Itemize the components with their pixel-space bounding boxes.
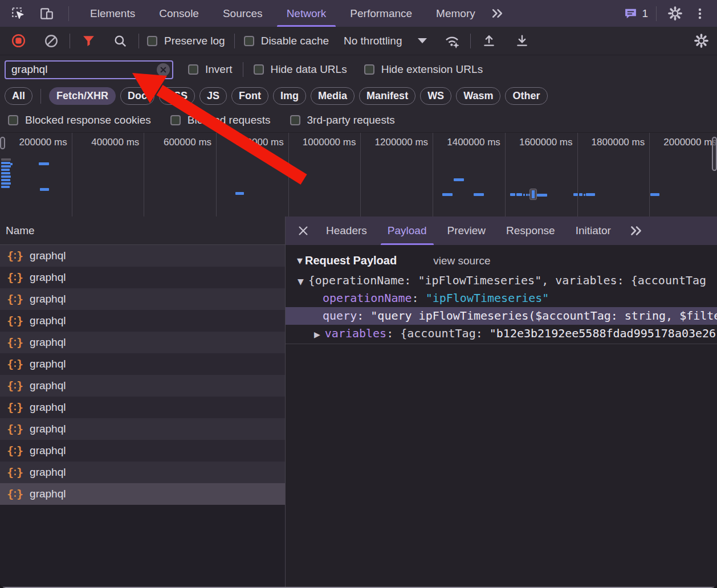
details-tab-preview[interactable]: Preview <box>437 217 496 245</box>
timeline-left-handle[interactable] <box>0 137 5 149</box>
payload-tree-row[interactable]: ▼{operationName: "ipFlowTimeseries", var… <box>286 272 717 289</box>
view-source-link[interactable]: view source <box>433 255 490 267</box>
preserve-log-checkbox[interactable] <box>147 36 157 46</box>
more-panels-icon[interactable] <box>487 3 508 24</box>
filter-pill-font[interactable]: Font <box>231 87 268 105</box>
request-row[interactable]: {}graphql <box>0 288 285 310</box>
payload-tree-row[interactable]: operationName: "ipFlowTimeseries" <box>286 289 717 307</box>
request-row[interactable]: {}graphql <box>0 332 285 353</box>
request-name: graphql <box>30 423 66 435</box>
more-details-tabs-icon[interactable] <box>626 217 646 245</box>
filter-icon[interactable] <box>78 31 99 51</box>
hide-data-urls-checkbox[interactable] <box>254 64 264 75</box>
details-tab-payload[interactable]: Payload <box>377 217 437 245</box>
inspect-element-icon[interactable] <box>8 3 28 24</box>
request-row[interactable]: {}graphql <box>0 267 285 288</box>
invert-checkbox[interactable] <box>188 64 198 75</box>
settings-gear-icon[interactable] <box>665 3 685 24</box>
disable-cache-checkbox[interactable] <box>244 36 254 46</box>
payload-text-segment: operationName <box>323 291 412 305</box>
request-row[interactable]: {}graphql <box>0 375 285 397</box>
json-braces-icon: {} <box>7 423 23 435</box>
issues-bubble-icon <box>624 6 638 21</box>
filter-pill-doc[interactable]: Doc <box>120 87 154 105</box>
name-column-label: Name <box>6 224 35 237</box>
import-har-icon[interactable] <box>479 31 499 51</box>
request-row[interactable]: {}graphql <box>0 440 285 462</box>
details-tabs: HeadersPayloadPreviewResponseInitiator <box>285 217 717 245</box>
tab-performance[interactable]: Performance <box>338 0 424 27</box>
filter-pill-wasm[interactable]: Wasm <box>456 87 500 105</box>
blocked-requests-checkbox[interactable] <box>170 115 181 125</box>
filter-pill-js[interactable]: JS <box>199 87 227 105</box>
blocked-requests-label: Blocked requests <box>188 114 271 126</box>
hide-extension-urls-checkbox[interactable] <box>364 64 374 75</box>
hide-data-urls-label: Hide data URLs <box>271 63 347 76</box>
json-braces-icon: {} <box>7 358 23 370</box>
divider <box>68 6 69 21</box>
devtools-tabs: ElementsConsoleSourcesNetworkPerformance… <box>78 0 508 27</box>
filter-pill-all[interactable]: All <box>5 87 32 105</box>
network-settings-gear-icon[interactable] <box>691 31 711 51</box>
tab-sources[interactable]: Sources <box>211 0 275 27</box>
payload-tree-row[interactable]: query: "query ipFlowTimeseries($accountT… <box>286 307 717 325</box>
record-network-log-icon[interactable] <box>8 31 28 51</box>
tab-memory[interactable]: Memory <box>424 0 487 27</box>
waterfall-bar <box>1 182 11 185</box>
filter-pill-other[interactable]: Other <box>505 87 547 105</box>
close-details-icon[interactable] <box>293 217 313 245</box>
waterfall-bar <box>1 179 10 181</box>
third-party-requests-label: 3rd-party requests <box>307 114 395 126</box>
collapse-triangle-icon[interactable]: ▼ <box>297 256 303 265</box>
divider <box>470 34 471 48</box>
issues-badge[interactable]: 1 <box>624 6 648 21</box>
json-braces-icon: {} <box>7 250 23 262</box>
clear-filter-icon[interactable] <box>157 63 170 76</box>
network-conditions-icon[interactable] <box>442 31 462 51</box>
expanded-triangle-icon[interactable]: ▼ <box>298 277 304 286</box>
payload-text-segment: : <box>412 291 426 305</box>
network-overview-timeline[interactable]: 200000 ms400000 ms600000 ms800000 ms1000… <box>0 132 717 218</box>
network-filter-input[interactable] <box>5 60 173 79</box>
more-options-kebab-icon[interactable] <box>690 3 710 24</box>
tab-network[interactable]: Network <box>275 0 339 27</box>
request-row[interactable]: {}graphql <box>0 310 285 332</box>
request-row[interactable]: {}graphql <box>0 397 285 418</box>
filter-pill-ws[interactable]: WS <box>420 87 451 105</box>
export-har-icon[interactable] <box>512 31 532 51</box>
filter-pill-img[interactable]: Img <box>273 87 306 105</box>
divider <box>40 89 41 104</box>
tab-console[interactable]: Console <box>147 0 211 27</box>
request-row[interactable]: {}graphql <box>0 462 285 483</box>
request-row[interactable]: {}graphql <box>0 483 285 505</box>
throttling-value: No throttling <box>344 35 402 47</box>
waterfall-bar <box>584 194 585 196</box>
request-row[interactable]: {}graphql <box>0 353 285 375</box>
device-toolbar-icon[interactable] <box>36 3 57 24</box>
filter-pill-fetch-xhr[interactable]: Fetch/XHR <box>49 87 116 105</box>
payload-text-segment: : {accountTag: <box>386 326 490 340</box>
clear-network-log-icon[interactable] <box>41 31 62 51</box>
collapsed-triangle-icon[interactable]: ▶ <box>314 330 320 339</box>
details-tab-headers[interactable]: Headers <box>316 217 377 245</box>
blocked-response-cookies-checkbox[interactable] <box>8 115 18 125</box>
waterfall-bar <box>235 192 244 195</box>
throttling-select[interactable]: No throttling <box>344 35 427 47</box>
name-column-header[interactable]: Name <box>0 217 285 245</box>
payload-tree-row[interactable]: ▶variables: {accountTag: "b12e3b2192ee55… <box>286 325 717 342</box>
filter-pill-media[interactable]: Media <box>311 87 355 105</box>
request-list: {}graphql{}graphql{}graphql{}graphql{}gr… <box>0 245 285 588</box>
details-tab-initiator[interactable]: Initiator <box>565 217 621 245</box>
filter-pill-manifest[interactable]: Manifest <box>359 87 415 105</box>
waterfall-bar <box>526 194 528 196</box>
third-party-requests-checkbox[interactable] <box>290 115 300 125</box>
details-tab-response[interactable]: Response <box>496 217 565 245</box>
devtools-main-toolbar: ElementsConsoleSourcesNetworkPerformance… <box>0 0 717 27</box>
request-row[interactable]: {}graphql <box>0 245 285 267</box>
timeline-right-handle[interactable] <box>712 137 717 171</box>
payload-text-segment: "ipFlowTimeseries" <box>426 291 549 305</box>
request-row[interactable]: {}graphql <box>0 418 285 440</box>
filter-pill-css[interactable]: CSS <box>159 87 195 105</box>
tab-elements[interactable]: Elements <box>78 0 147 27</box>
search-icon[interactable] <box>110 31 131 51</box>
